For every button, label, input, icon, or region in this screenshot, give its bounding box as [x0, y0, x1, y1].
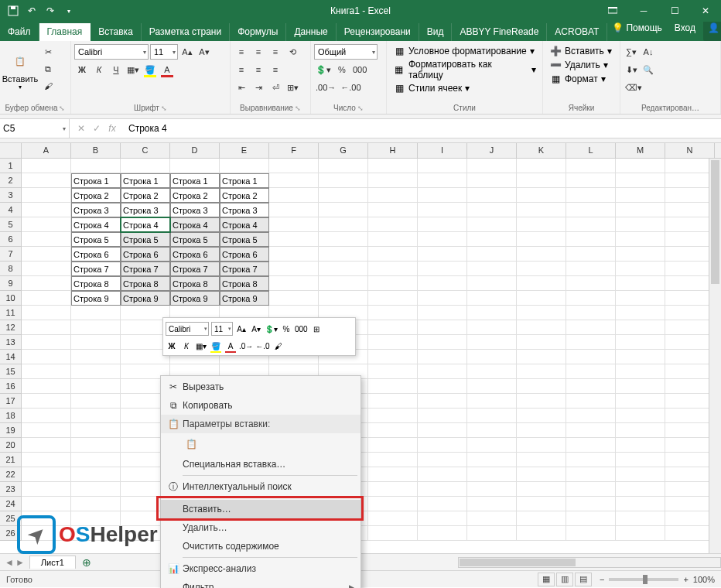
mini-currency-icon[interactable]: 💲▾ [265, 322, 278, 336]
cell-I25[interactable] [418, 511, 467, 526]
cell-L24[interactable] [566, 497, 616, 511]
cell-N20[interactable] [665, 438, 715, 453]
mini-decimal-dec-icon[interactable]: ←.0 [255, 339, 269, 353]
fill-icon[interactable]: ⬇▾ [624, 62, 639, 77]
font-color-icon[interactable]: A [159, 62, 175, 77]
qat-more-icon[interactable]: ▾ [60, 2, 77, 19]
cell-J7[interactable] [467, 247, 517, 262]
cell-G5[interactable] [319, 217, 368, 232]
dialog-launcher-icon[interactable]: ⤡ [357, 104, 364, 112]
cell-A23[interactable] [22, 482, 71, 497]
cell-N17[interactable] [665, 394, 715, 409]
dialog-launcher-icon[interactable]: ⤡ [59, 104, 65, 112]
cell-B2[interactable]: Строка 1 [71, 173, 121, 188]
cell-H18[interactable] [368, 409, 418, 423]
cell-H17[interactable] [368, 394, 418, 409]
cell-N23[interactable] [665, 482, 715, 497]
cell-K23[interactable] [517, 482, 566, 497]
vertical-scrollbar[interactable] [709, 159, 721, 553]
delete-cells-button[interactable]: ➖Удалить ▾ [546, 58, 617, 72]
horizontal-scrollbar[interactable] [458, 557, 721, 568]
cell-A5[interactable] [22, 217, 71, 232]
cell-K26[interactable] [517, 526, 566, 541]
cell-H7[interactable] [368, 247, 418, 262]
ctx-quick-analysis[interactable]: 📊Экспресс-анализ [161, 559, 360, 578]
thousands-icon[interactable]: 000 [351, 62, 368, 77]
cell-K10[interactable] [517, 291, 566, 306]
row-header-5[interactable]: 5 [0, 217, 22, 232]
cell-L9[interactable] [566, 276, 616, 291]
save-icon[interactable] [5, 2, 22, 19]
dialog-launcher-icon[interactable]: ⤡ [161, 104, 167, 112]
cut-icon[interactable]: ✂ [40, 44, 56, 60]
ctx-delete[interactable]: Удалить… [161, 518, 360, 537]
col-header-A[interactable]: A [22, 143, 71, 158]
ctx-clear[interactable]: Очистить содержимое [161, 537, 360, 556]
cell-L17[interactable] [566, 394, 616, 409]
cell-B21[interactable] [71, 453, 121, 467]
col-header-F[interactable]: F [269, 143, 319, 158]
wrap-text-icon[interactable]: ⏎ [268, 80, 283, 95]
view-normal-icon[interactable]: ▦ [538, 573, 555, 586]
align-right-icon[interactable]: ≡ [268, 62, 283, 77]
select-all-corner[interactable] [0, 143, 22, 158]
cell-D5[interactable]: Строка 4 [170, 217, 220, 232]
cell-D3[interactable]: Строка 2 [170, 188, 220, 203]
cell-G10[interactable] [319, 291, 368, 306]
cell-E4[interactable]: Строка 3 [220, 203, 269, 217]
cell-N3[interactable] [665, 188, 715, 203]
cell-K6[interactable] [517, 232, 566, 247]
row-header-12[interactable]: 12 [0, 320, 22, 335]
cell-C6[interactable]: Строка 5 [121, 232, 170, 247]
cell-L7[interactable] [566, 247, 616, 262]
cell-M8[interactable] [616, 262, 665, 276]
cell-M1[interactable] [616, 159, 665, 173]
minimize-icon[interactable]: ─ [628, 0, 659, 22]
cell-C8[interactable]: Строка 7 [121, 262, 170, 276]
cell-H4[interactable] [368, 203, 418, 217]
clear-icon[interactable]: ⌫▾ [624, 80, 644, 95]
cell-L16[interactable] [566, 379, 616, 394]
col-header-D[interactable]: D [170, 143, 220, 158]
row-header-20[interactable]: 20 [0, 438, 22, 453]
cell-B18[interactable] [71, 409, 121, 423]
cell-E2[interactable]: Строка 1 [220, 173, 269, 188]
cell-K5[interactable] [517, 217, 566, 232]
cell-K19[interactable] [517, 423, 566, 438]
cell-G3[interactable] [319, 188, 368, 203]
cell-N13[interactable] [665, 335, 715, 350]
cell-G2[interactable] [319, 173, 368, 188]
cell-J15[interactable] [467, 364, 517, 379]
currency-icon[interactable]: 💲▾ [314, 62, 333, 77]
col-header-E[interactable]: E [220, 143, 269, 158]
format-as-table-button[interactable]: ▦Форматировать как таблицу ▾ [390, 58, 539, 81]
cell-J21[interactable] [467, 453, 517, 467]
cell-I4[interactable] [418, 203, 467, 217]
cell-A16[interactable] [22, 379, 71, 394]
cell-M25[interactable] [616, 511, 665, 526]
number-format-combo[interactable]: Общий [314, 44, 378, 60]
cell-N5[interactable] [665, 217, 715, 232]
row-header-7[interactable]: 7 [0, 247, 22, 262]
cell-H11[interactable] [368, 306, 418, 320]
col-header-C[interactable]: C [121, 143, 170, 158]
cell-C2[interactable]: Строка 1 [121, 173, 170, 188]
cell-E8[interactable]: Строка 7 [220, 262, 269, 276]
cell-F1[interactable] [269, 159, 319, 173]
sheet-nav-next[interactable]: ► [15, 557, 25, 568]
increase-font-icon[interactable]: A▴ [179, 44, 195, 60]
col-header-K[interactable]: K [517, 143, 566, 158]
paste-button[interactable]: 📋 Вставить ▾ [3, 44, 37, 95]
cell-F6[interactable] [269, 232, 319, 247]
cell-N8[interactable] [665, 262, 715, 276]
cell-B20[interactable] [71, 438, 121, 453]
cell-F5[interactable] [269, 217, 319, 232]
mini-merge-icon[interactable]: ⊞ [310, 322, 323, 336]
italic-button[interactable]: К [91, 62, 107, 77]
cell-A10[interactable] [22, 291, 71, 306]
borders-icon[interactable]: ▦▾ [125, 62, 141, 77]
cell-A18[interactable] [22, 409, 71, 423]
cell-I15[interactable] [418, 364, 467, 379]
cell-N25[interactable] [665, 511, 715, 526]
col-header-B[interactable]: B [71, 143, 121, 158]
